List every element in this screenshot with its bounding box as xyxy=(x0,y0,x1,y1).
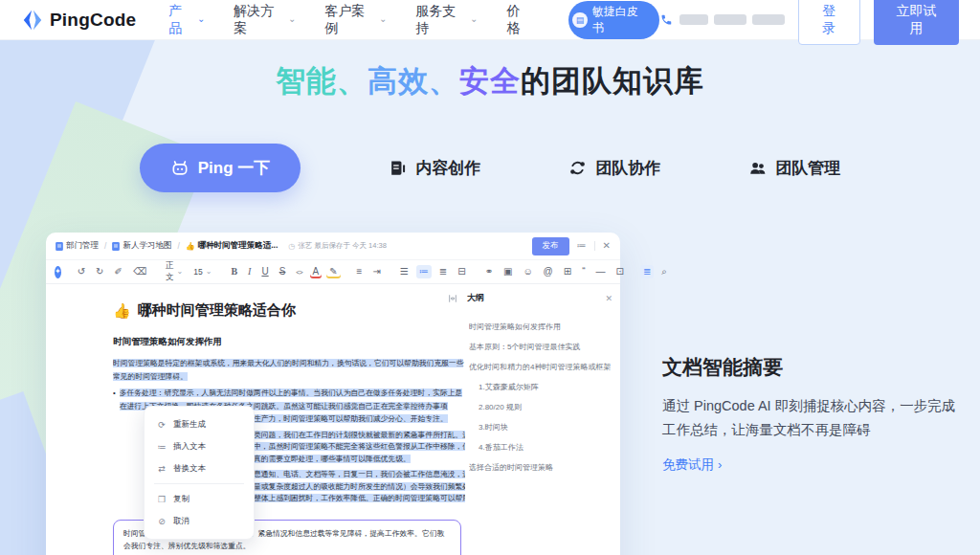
publish-button[interactable]: 发布 xyxy=(532,237,569,255)
nav-item-support[interactable]: 服务支持 ⌄ xyxy=(415,3,478,37)
tab-team-management[interactable]: 团队管理 xyxy=(748,157,840,179)
clock-icon: ◷ xyxy=(288,242,295,251)
document-line: 整体上感到困扰时，工作效率降低。正确的时间管理策略可以帮助我们 xyxy=(254,493,465,505)
whitepaper-label: 敏捷白皮书 xyxy=(592,4,648,36)
chevron-down-icon: ⌄ xyxy=(288,14,296,24)
divider-line-icon[interactable]: — xyxy=(593,265,609,278)
align-icon[interactable]: ≡ xyxy=(354,265,366,278)
close-icon[interactable]: ✕ xyxy=(605,294,612,303)
nav-item-pricing[interactable]: 价格 xyxy=(506,3,532,37)
outline-toggle-icon[interactable]: ≣ xyxy=(640,265,654,278)
collapse-panel-icon[interactable] xyxy=(448,294,457,303)
feature-tabs: Ping 一下 内容创作 团队协作 xyxy=(0,144,980,192)
nav-item-label: 客户案例 xyxy=(324,3,376,37)
top-navbar: PingCode 产品 ⌄ 解决方案 ⌄ 客户案例 ⌄ 服务支持 ⌄ 价格 ▤ … xyxy=(0,0,980,40)
document-icon xyxy=(112,242,120,251)
outline-item[interactable]: 2.80/20 规则 xyxy=(469,397,612,417)
undo-icon[interactable]: ↺ xyxy=(75,265,88,278)
clear-format-icon[interactable]: ⌫ xyxy=(130,265,149,278)
tab-collaboration[interactable]: 团队协作 xyxy=(568,157,660,179)
feature-description: 通过 PingCode AI 即刻捕捉核心内容，一步完成工作总结，让海量文档不再… xyxy=(662,394,969,443)
table-icon[interactable]: ⊞ xyxy=(561,265,574,278)
nav-item-solutions[interactable]: 解决方案 ⌄ xyxy=(234,3,296,37)
outline-item[interactable]: 选择合适的时间管理策略 xyxy=(469,457,612,477)
tab-content-creation[interactable]: 内容创作 xyxy=(389,157,480,179)
ai-context-menu: ⟳ 重新生成 ≔ 插入文本 ⇄ 替换文本 ❐ 复制 ⊘ 取消 xyxy=(144,406,255,540)
hero-section: 智能、高效、安全的团队知识库 Ping 一下 内容创作 xyxy=(0,61,980,192)
font-size-select[interactable]: 15⌄ xyxy=(190,265,214,278)
search-icon[interactable]: ⌕ xyxy=(658,265,670,278)
ordered-list-icon[interactable]: ☰ xyxy=(397,265,412,278)
indent-icon[interactable]: ⇥ xyxy=(369,265,383,278)
chevron-down-icon: ⌄ xyxy=(470,14,478,24)
hero-title-segment: 安全 xyxy=(459,64,521,98)
quote-icon[interactable]: “ xyxy=(579,265,588,278)
topbar-actions: 发布 ≔ ✕ xyxy=(532,237,611,255)
whitepaper-badge[interactable]: ▤ 敏捷白皮书 xyxy=(568,1,658,39)
free-trial-link[interactable]: 免费试用 › xyxy=(662,456,722,474)
redacted-phone-block xyxy=(714,14,746,25)
trial-button[interactable]: 立即试用 xyxy=(874,0,959,45)
more-block-icon[interactable]: ⊡ xyxy=(613,265,627,278)
outline-panel: 大纲 ✕ 时间管理策略如何发挥作用 基本原则：5个时间管理最佳实践 优化时间和精… xyxy=(448,292,612,477)
breadcrumb-item[interactable]: 新人学习地图 xyxy=(112,240,171,252)
highlight-icon[interactable]: ✎ xyxy=(326,265,340,278)
doc-info-icon[interactable]: ≔ xyxy=(577,241,587,251)
outline-item[interactable]: 1.艾森豪威尔矩阵 xyxy=(469,377,612,397)
redo-icon[interactable]: ↻ xyxy=(93,265,106,278)
collapse-list-icon[interactable]: ⊟ xyxy=(455,265,468,278)
outline-item[interactable]: 时间管理策略如何发挥作用 xyxy=(469,317,612,337)
outline-item[interactable]: 3.时间块 xyxy=(469,417,612,437)
cancel-icon: ⊘ xyxy=(157,517,167,526)
format-painter-icon[interactable]: ✐ xyxy=(111,265,124,278)
menu-item-insert-text[interactable]: ≔ 插入文本 xyxy=(145,435,254,457)
breadcrumb-item[interactable]: 部门管理 xyxy=(56,240,99,252)
team-icon xyxy=(748,159,767,177)
ai-assistant-button[interactable]: ✦ xyxy=(55,266,61,278)
replace-text-icon: ⇄ xyxy=(157,464,167,474)
editor-toolbar: ✦↺↻✐⌫正文⌄15⌄BIUS<>A✎≡⇥☰≔≣⊟⚭▣☺@⊞“—⊡≣⌕ xyxy=(46,259,620,284)
document-line: 类问题，我们在工作日的计划很快就被最新的紧急事件所打乱。这些事 xyxy=(254,430,465,442)
thumbs-up-icon: 👍 xyxy=(113,302,131,320)
outline-header: 大纲 ✕ xyxy=(448,292,612,304)
pingcode-logo[interactable]: PingCode xyxy=(21,9,136,32)
mention-icon[interactable]: @ xyxy=(541,265,556,278)
editor-window: 部门管理 / 新人学习地图 / 👍 哪种时间管理策略适... ◷ 张艺 最后保存… xyxy=(46,233,620,555)
menu-item-regenerate[interactable]: ⟳ 重新生成 xyxy=(145,413,254,435)
document-heading: 时间管理策略如何发挥作用 xyxy=(113,336,465,348)
italic-icon[interactable]: I xyxy=(245,265,254,278)
paragraph-style-select[interactable]: 正文⌄ xyxy=(163,258,186,285)
inline-code-icon[interactable]: <> xyxy=(293,267,304,278)
font-color-icon[interactable]: A xyxy=(310,265,323,278)
thumbs-up-icon: 👍 xyxy=(186,242,195,251)
nav-item-products[interactable]: 产品 ⌄ xyxy=(168,3,205,37)
link-icon[interactable]: ⚭ xyxy=(482,265,496,278)
bold-icon[interactable]: B xyxy=(228,265,240,278)
menu-item-copy[interactable]: ❐ 复制 xyxy=(145,488,254,510)
nav-item-customers[interactable]: 客户案例 ⌄ xyxy=(324,3,387,37)
regenerate-icon: ⟳ xyxy=(157,420,167,430)
underline-icon[interactable]: U xyxy=(258,265,271,278)
align-justify-icon[interactable]: ≣ xyxy=(436,265,450,278)
breadcrumb-current[interactable]: 👍 哪种时间管理策略适... xyxy=(186,240,278,252)
login-button[interactable]: 登录 xyxy=(798,0,860,45)
outline-item[interactable]: 4.番茄工作法 xyxy=(469,437,612,457)
emoji-icon[interactable]: ☺ xyxy=(520,265,535,278)
chevron-right-icon: › xyxy=(718,457,722,472)
redacted-phone-block xyxy=(752,14,785,25)
outline-item[interactable]: 基本原则：5个时间管理最佳实践 xyxy=(469,337,612,357)
menu-item-replace-text[interactable]: ⇄ 替换文本 xyxy=(145,457,254,479)
image-icon[interactable]: ▣ xyxy=(501,265,515,278)
nav-item-label: 产品 xyxy=(168,3,194,37)
feature-block: 文档智能摘要 通过 PingCode AI 即刻捕捉核心内容，一步完成工作总结，… xyxy=(662,354,969,474)
menu-item-cancel[interactable]: ⊘ 取消 xyxy=(145,510,254,532)
outline-item[interactable]: 优化时间和精力的4种时间管理策略或框架 xyxy=(469,357,612,377)
phone-icon xyxy=(659,12,674,27)
tab-ping[interactable]: Ping 一下 xyxy=(140,144,301,192)
strikethrough-icon[interactable]: S xyxy=(277,265,289,278)
bullet-dot: • xyxy=(113,387,116,413)
bullet-list-icon[interactable]: ≔ xyxy=(416,265,432,278)
whitepaper-icon: ▤ xyxy=(572,12,587,28)
outline-items: 时间管理策略如何发挥作用 基本原则：5个时间管理最佳实践 优化时间和精力的4种时… xyxy=(448,317,612,477)
close-icon[interactable]: ✕ xyxy=(603,241,611,251)
